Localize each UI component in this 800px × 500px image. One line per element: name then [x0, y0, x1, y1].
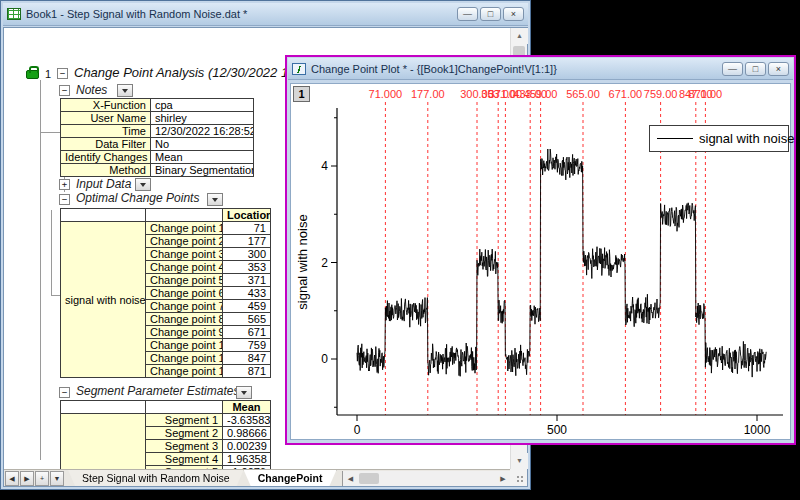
group-label-cell: signal with noise [61, 222, 146, 378]
notes-row: Time12/30/2022 16:28:52 [61, 125, 254, 138]
x-tick-label: 500 [547, 423, 567, 437]
tree-line [51, 295, 60, 296]
row-value-cell: 671 [223, 326, 271, 339]
collapse-root-box[interactable]: − [57, 68, 68, 79]
notes-label-cell: Time [61, 125, 151, 138]
input-data-section-label: Input Data [76, 177, 131, 191]
optimal-change-points-table: Location signal with noiseChange point 1… [60, 208, 271, 378]
table-row: signal with noiseSegment 1-3.63583E-4 [61, 414, 271, 427]
notes-label-cell: Method [61, 164, 151, 177]
row-value-cell: 847 [223, 352, 271, 365]
row-value-cell: 0.00239 [223, 440, 271, 453]
row-label-cell: Change point 7 [146, 300, 223, 313]
notes-value-cell: Binary Segmentation [151, 164, 254, 177]
segment-estimates-table: Mean signal with noiseSegment 1-3.63583E… [60, 400, 271, 469]
tab-list-button[interactable]: ▼ [50, 471, 64, 486]
x-tick-label: 1000 [744, 423, 771, 437]
change-point-label: 871.00 [689, 88, 723, 100]
row-label-cell: Change point 11 [146, 352, 223, 365]
minimize-button[interactable]: — [722, 62, 743, 76]
sheet-tab-bar: ◀ ▶ + ▼ Step Signal with Random NoiseCha… [4, 469, 510, 486]
graph-icon [292, 63, 306, 75]
minimize-button[interactable]: — [457, 7, 478, 21]
plot-titlebar[interactable]: Change Point Plot * - {[Book1]ChangePoin… [288, 58, 793, 80]
row-label-cell: Change point 2 [146, 235, 223, 248]
sheet-tab-step-signal-with-random-noise[interactable]: Step Signal with Random Noise [68, 470, 244, 486]
collapse-ocp-box[interactable]: − [59, 194, 70, 205]
book1-title: Book1 - Step Signal with Random Noise.da… [26, 8, 457, 20]
row-label-cell: Change point 10 [146, 339, 223, 352]
change-point-label: 71.000 [369, 88, 403, 100]
row-value-cell: 0.98666 [223, 427, 271, 440]
ocp-dropdown-button[interactable] [207, 193, 223, 206]
collapse-notes-box[interactable]: − [59, 85, 70, 96]
row-label-cell: Change point 3 [146, 248, 223, 261]
notes-value-cell: 12/30/2022 16:28:52 [151, 125, 254, 138]
layer-1-badge[interactable]: 1 [293, 86, 310, 102]
row-value-cell: 1.96358 [223, 453, 271, 466]
input-data-dropdown-button[interactable] [135, 178, 151, 191]
ocp-value-header: Location [223, 209, 271, 222]
y-tick-label: 0 [321, 352, 328, 366]
expand-input-data-box[interactable]: + [59, 179, 70, 190]
row-label-cell: Change point 12 [146, 365, 223, 378]
row-label-cell: Change point 4 [146, 261, 223, 274]
change-point-label: 759.00 [644, 88, 678, 100]
signal-with-noise-line [357, 149, 766, 377]
row-value-cell: 565 [223, 313, 271, 326]
tab-next-button[interactable]: ▶ [20, 471, 34, 486]
origin-workspace: Book1 - Step Signal with Random Noise.da… [0, 0, 800, 500]
notes-value-cell: shirley [151, 112, 254, 125]
scroll-right-icon[interactable]: ▶ [496, 471, 510, 486]
tree-line [40, 80, 41, 460]
y-axis-title: signal with noise [295, 162, 311, 362]
row-value-cell: 871 [223, 365, 271, 378]
row-label-cell: Change point 5 [146, 274, 223, 287]
row-value-cell: 433 [223, 287, 271, 300]
maximize-button[interactable]: □ [480, 7, 501, 21]
maximize-button[interactable]: □ [745, 62, 766, 76]
notes-value-cell: Mean [151, 151, 254, 164]
horizontal-scrollbar[interactable]: ◀ ▶ [342, 471, 510, 486]
horizontal-scrollbar-thumb[interactable] [359, 473, 379, 484]
lock-icon [26, 70, 39, 79]
row-label-cell: Change point 9 [146, 326, 223, 339]
y-tick-label: 4 [321, 159, 328, 173]
change-point-label: 177.00 [411, 88, 445, 100]
notes-label-cell: User Name [61, 112, 151, 125]
row-value-cell: 353 [223, 261, 271, 274]
close-button[interactable]: × [768, 62, 789, 76]
row-value-cell: 759 [223, 339, 271, 352]
row-label-cell: Segment 1 [146, 414, 223, 427]
row-label-cell: Change point 1 [146, 222, 223, 235]
worksheet-icon [7, 8, 21, 20]
change-point-label: 459.00 [524, 88, 558, 100]
scroll-down-icon[interactable]: ▼ [511, 453, 528, 469]
resize-grip[interactable] [510, 469, 527, 486]
legend-line-sample [657, 138, 693, 139]
plot-legend[interactable]: signal with noise [649, 125, 789, 152]
notes-row: Data FilterNo [61, 138, 254, 151]
sheet-tab-changepoint[interactable]: ChangePoint [244, 470, 337, 486]
close-button[interactable]: × [503, 7, 524, 21]
notes-dropdown-button[interactable] [117, 84, 133, 97]
book1-titlebar[interactable]: Book1 - Step Signal with Random Noise.da… [3, 3, 528, 26]
tree-line [40, 132, 60, 133]
tab-add-button[interactable]: + [35, 471, 49, 486]
report-row-number: 1 [45, 68, 51, 80]
change-point-label: 565.00 [566, 88, 600, 100]
group-label-cell: signal with noise [61, 414, 146, 470]
tree-line [51, 210, 52, 296]
scroll-left-icon[interactable]: ◀ [343, 471, 357, 486]
tab-prev-button[interactable]: ◀ [5, 471, 19, 486]
plot-page: 1 71.000177.00300.00353.00371.00433.0045… [290, 83, 791, 440]
spe-dropdown-button[interactable] [236, 386, 252, 399]
row-value-cell: 177 [223, 235, 271, 248]
change-point-plot-window: Change Point Plot * - {[Book1]ChangePoin… [285, 55, 796, 445]
collapse-spe-box[interactable]: − [59, 387, 70, 398]
notes-row: MethodBinary Segmentation [61, 164, 254, 177]
row-value-cell: 300 [223, 248, 271, 261]
notes-label-cell: Data Filter [61, 138, 151, 151]
notes-label-cell: X-Function [61, 99, 151, 112]
scroll-up-icon[interactable]: ▲ [511, 28, 528, 44]
